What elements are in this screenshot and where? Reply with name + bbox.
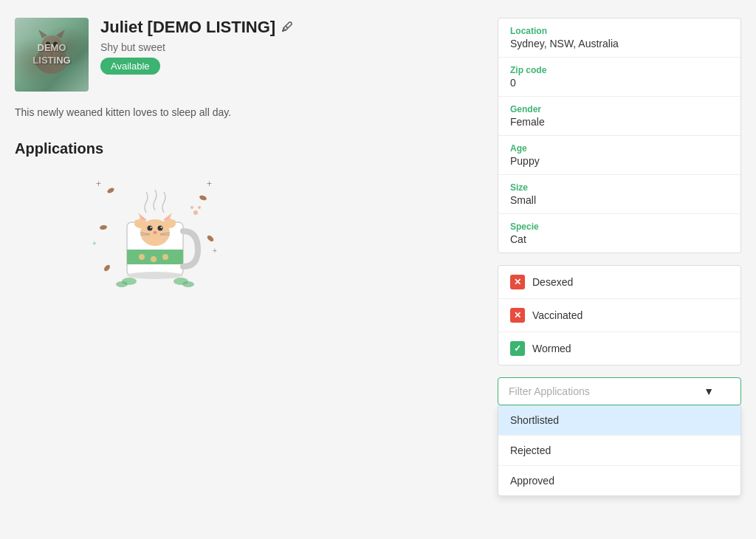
svg-point-13 — [103, 264, 111, 272]
svg-point-4 — [46, 42, 50, 47]
svg-point-23 — [127, 272, 183, 279]
svg-point-5 — [53, 42, 58, 47]
svg-text:+: + — [213, 247, 217, 255]
pet-info: Juliet [DEMO LISTING] 🖊 Shy but sweet Av… — [100, 18, 293, 75]
svg-point-25 — [151, 256, 157, 262]
age-label: Age — [510, 143, 729, 154]
applications-section: Applications + + — [15, 140, 480, 290]
available-badge: Available — [100, 58, 160, 75]
vaccinated-icon: ✕ — [510, 308, 525, 323]
info-row-specie: Specie Cat — [498, 214, 740, 253]
specie-value: Cat — [510, 233, 729, 245]
svg-point-9 — [106, 187, 115, 194]
gender-label: Gender — [510, 104, 729, 114]
pet-subtitle: Shy but sweet — [100, 41, 293, 53]
info-row-zipcode: Zip code 0 — [498, 58, 740, 97]
pet-image: DEMOLISTING — [15, 18, 89, 92]
status-card: ✕ Desexed ✕ Vaccinated ✓ Wormed — [498, 265, 741, 365]
status-vaccinated: ✕ Vaccinated — [498, 299, 740, 332]
demo-overlay: DEMOLISTING — [15, 18, 89, 92]
filter-select[interactable]: Filter Applications ▼ — [498, 377, 741, 405]
size-value: Small — [510, 194, 729, 206]
svg-point-51 — [116, 281, 128, 287]
cat-illustration: + + + + — [89, 172, 221, 290]
svg-marker-2 — [38, 30, 47, 38]
location-value: Sydney, NSW, Australia — [510, 38, 729, 49]
desexed-icon: ✕ — [510, 275, 525, 289]
svg-text:+: + — [207, 179, 212, 189]
wormed-label: Wormed — [532, 343, 571, 354]
svg-point-46 — [165, 220, 168, 224]
size-label: Size — [510, 182, 729, 193]
svg-point-0 — [35, 47, 68, 74]
vaccinated-label: Vaccinated — [532, 309, 583, 321]
svg-point-33 — [158, 226, 163, 231]
right-sidebar: Location Sydney, NSW, Australia Zip code… — [498, 18, 741, 496]
filter-dropdown-menu: Shortlisted Rejected Approved — [498, 405, 741, 496]
svg-point-1 — [41, 35, 62, 56]
applications-title: Applications — [15, 140, 480, 157]
pet-image-placeholder: DEMOLISTING — [15, 18, 89, 92]
svg-point-43 — [135, 220, 139, 224]
svg-point-10 — [199, 194, 207, 201]
svg-point-52 — [182, 281, 194, 287]
svg-text:+: + — [92, 239, 97, 247]
svg-line-8 — [59, 55, 62, 62]
age-value: Puppy — [510, 155, 729, 167]
svg-point-15 — [190, 206, 193, 209]
zipcode-label: Zip code — [510, 65, 729, 75]
filter-placeholder: Filter Applications — [509, 385, 590, 397]
svg-point-24 — [139, 254, 145, 260]
filter-option-approved[interactable]: Approved — [498, 466, 740, 495]
main-content: DEMOLISTING Juliet [DEMO LISTING] 🖊 Shy … — [15, 18, 480, 496]
chevron-down-icon: ▼ — [704, 385, 714, 397]
svg-point-26 — [162, 254, 168, 260]
wormed-icon: ✓ — [510, 341, 525, 356]
svg-marker-3 — [56, 30, 65, 38]
svg-point-45 — [142, 220, 146, 224]
pet-description: This newly weaned kitten loves to sleep … — [15, 106, 480, 118]
info-row-size: Size Small — [498, 175, 740, 214]
pet-header: DEMOLISTING Juliet [DEMO LISTING] 🖊 Shy … — [15, 18, 480, 92]
svg-point-35 — [161, 227, 162, 228]
demo-text: DEMOLISTING — [32, 42, 70, 67]
svg-line-6 — [41, 55, 44, 62]
svg-point-32 — [148, 226, 153, 231]
svg-point-34 — [151, 227, 152, 228]
svg-point-48 — [172, 220, 176, 224]
info-row-location: Location Sydney, NSW, Australia — [498, 18, 740, 58]
info-row-age: Age Puppy — [498, 136, 740, 175]
svg-point-11 — [100, 224, 108, 230]
svg-point-36 — [154, 231, 157, 234]
info-card: Location Sydney, NSW, Australia Zip code… — [498, 18, 741, 253]
filter-option-shortlisted[interactable]: Shortlisted — [498, 405, 740, 436]
gender-value: Female — [510, 116, 729, 128]
svg-point-47 — [168, 219, 172, 222]
status-desexed: ✕ Desexed — [498, 266, 740, 299]
svg-point-14 — [193, 210, 198, 215]
svg-point-16 — [198, 206, 201, 209]
pet-name: Juliet [DEMO LISTING] — [100, 18, 275, 37]
svg-point-44 — [139, 219, 142, 222]
edit-icon[interactable]: 🖊 — [281, 21, 293, 34]
status-wormed: ✓ Wormed — [498, 332, 740, 365]
filter-option-rejected[interactable]: Rejected — [498, 436, 740, 466]
info-row-gender: Gender Female — [498, 97, 740, 136]
desexed-label: Desexed — [532, 276, 573, 288]
specie-label: Specie — [510, 222, 729, 232]
pet-title: Juliet [DEMO LISTING] 🖊 — [100, 18, 293, 37]
filter-container: Filter Applications ▼ Shortlisted Reject… — [498, 377, 741, 496]
zipcode-value: 0 — [510, 77, 729, 89]
location-label: Location — [510, 26, 729, 36]
svg-text:+: + — [96, 179, 101, 189]
svg-point-12 — [206, 234, 215, 242]
